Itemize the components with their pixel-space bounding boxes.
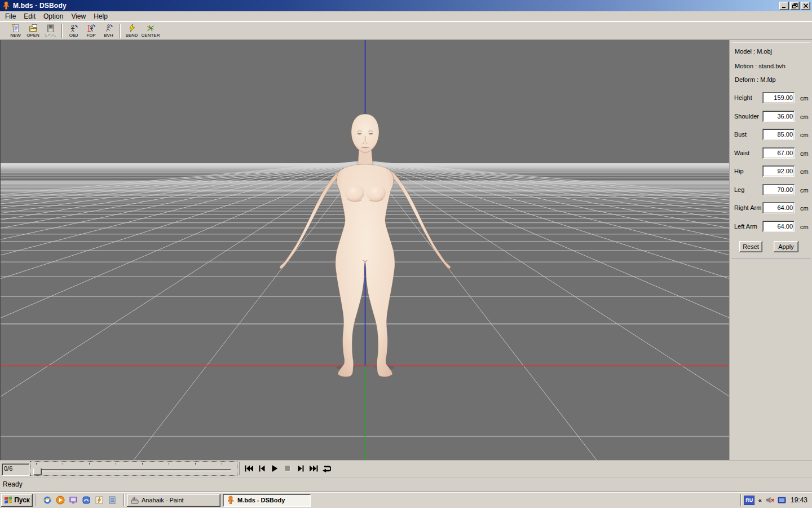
- waist-input[interactable]: [762, 147, 795, 159]
- fdp-deform-icon: [87, 24, 96, 33]
- left-arm-input[interactable]: [762, 221, 795, 232]
- hip-input[interactable]: [762, 165, 795, 177]
- system-tray: RU « 19:43: [737, 494, 811, 507]
- apply-button[interactable]: Apply: [774, 241, 798, 252]
- right-arm-label: Right Arm: [734, 202, 761, 214]
- send-lightning-icon: [127, 24, 136, 33]
- play-button[interactable]: [269, 464, 280, 473]
- menu-file[interactable]: File: [1, 12, 20, 21]
- window-title: M.bds - DSBody: [13, 2, 779, 10]
- open-button[interactable]: OPEN: [24, 23, 42, 40]
- step-back-button[interactable]: [256, 464, 267, 473]
- task-paint[interactable]: Anahaik - Paint: [127, 494, 220, 507]
- body-head: [351, 114, 379, 153]
- bust-unit: cm: [800, 129, 809, 141]
- shoulder-unit: cm: [800, 111, 809, 122]
- panel-divider: [731, 42, 811, 43]
- timeline-slider[interactable]: [30, 461, 237, 476]
- media-player-icon[interactable]: [56, 496, 65, 505]
- dsbody-app-icon: [226, 496, 235, 505]
- bust-label: Bust: [734, 129, 747, 141]
- tray-collapse-button[interactable]: «: [757, 497, 763, 503]
- save-button[interactable]: SAVE: [42, 23, 59, 40]
- start-button[interactable]: Пуск: [1, 494, 33, 507]
- menu-view[interactable]: View: [67, 12, 90, 21]
- tray-separator: [740, 494, 742, 506]
- loop-button[interactable]: [321, 464, 332, 473]
- new-document-icon: [11, 24, 20, 33]
- measurement-panel: Model : M.obj Motion : stand.bvh Deform …: [729, 40, 812, 460]
- playback-bar: 0/6: [0, 460, 812, 477]
- menu-edit[interactable]: Edit: [20, 12, 39, 21]
- open-folder-icon: [29, 24, 38, 33]
- task-dsbody[interactable]: M.bds - DSBody: [223, 494, 311, 507]
- notes-grid-icon[interactable]: [108, 496, 117, 505]
- menu-help[interactable]: Help: [90, 12, 112, 21]
- save-floppy-icon: [46, 24, 55, 33]
- internet-explorer-icon[interactable]: [43, 496, 52, 505]
- height-unit: cm: [800, 92, 809, 104]
- left-arm-label: Left Arm: [734, 221, 757, 233]
- paint-icon: [130, 496, 139, 505]
- dsbody-window: M.bds - DSBody File Edit Option View Hel…: [0, 0, 812, 508]
- skip-to-start-button[interactable]: [243, 464, 254, 473]
- tray-clock: 19:43: [789, 496, 811, 504]
- skip-to-end-button[interactable]: [308, 464, 319, 473]
- center-button[interactable]: CENTER: [140, 23, 161, 40]
- deform-info: Deform : M.fdp: [735, 76, 776, 83]
- height-label: Height: [734, 92, 752, 104]
- msn-app-icon[interactable]: [82, 496, 91, 505]
- send-button[interactable]: SEND: [123, 23, 140, 40]
- titlebar: M.bds - DSBody: [0, 0, 812, 11]
- motion-info: Motion : stand.bvh: [735, 63, 785, 69]
- right-arm-input[interactable]: [762, 202, 795, 213]
- transport-controls: [243, 464, 332, 473]
- stop-button[interactable]: [282, 464, 293, 473]
- bvh-motion-icon: [104, 24, 113, 33]
- volume-muted-icon[interactable]: [766, 496, 775, 505]
- taskbar: Пуск Anahaik - Paint M.bds - DSBody RU «: [0, 492, 812, 508]
- menu-option[interactable]: Option: [39, 12, 67, 21]
- leg-input[interactable]: [762, 184, 795, 195]
- slider-track[interactable]: [35, 469, 231, 471]
- dsbody-app-icon: [2, 1, 11, 10]
- toolbar: NEW OPEN SAVE OBJ FDP BVH SEND: [0, 21, 812, 40]
- shoulder-input[interactable]: [762, 111, 795, 122]
- new-button[interactable]: NEW: [7, 23, 24, 40]
- timeline-slider-thumb[interactable]: [33, 466, 42, 475]
- height-input[interactable]: [762, 92, 795, 103]
- scene-3d: [1, 40, 729, 460]
- leg-unit: cm: [800, 184, 809, 196]
- winamp-icon[interactable]: [95, 496, 104, 505]
- minimize-button[interactable]: [779, 2, 789, 10]
- close-button[interactable]: [801, 2, 810, 10]
- center-axes-icon: [146, 24, 155, 33]
- leg-label: Leg: [734, 184, 744, 196]
- hip-label: Hip: [734, 165, 744, 177]
- language-indicator[interactable]: RU: [744, 496, 754, 505]
- show-desktop-icon[interactable]: [69, 496, 78, 505]
- step-forward-button[interactable]: [295, 464, 306, 473]
- bvh-button[interactable]: BVH: [100, 23, 117, 40]
- viewport-3d[interactable]: [0, 40, 729, 460]
- obj-model-icon: [69, 24, 78, 33]
- frame-counter: 0/6: [2, 463, 29, 476]
- panel-divider: [731, 258, 811, 259]
- obj-button[interactable]: OBJ: [65, 23, 82, 40]
- slider-ticks: [34, 463, 235, 465]
- right-arm-unit: cm: [800, 202, 809, 214]
- reset-button[interactable]: Reset: [739, 241, 762, 252]
- waist-label: Waist: [734, 147, 749, 159]
- main-area: Model : M.obj Motion : stand.bvh Deform …: [0, 40, 812, 460]
- windows-logo-icon: [4, 496, 12, 504]
- display-settings-icon[interactable]: [778, 496, 787, 505]
- hip-unit: cm: [800, 165, 809, 177]
- status-text: Ready: [3, 480, 23, 488]
- bust-input[interactable]: [762, 129, 795, 140]
- statusbar: Ready: [0, 477, 812, 492]
- fdp-button[interactable]: FDP: [82, 23, 100, 40]
- model-info: Model : M.obj: [735, 48, 772, 55]
- taskbar-separator: [35, 494, 36, 506]
- restore-button[interactable]: [790, 2, 800, 10]
- toolbar-separator: [120, 24, 121, 38]
